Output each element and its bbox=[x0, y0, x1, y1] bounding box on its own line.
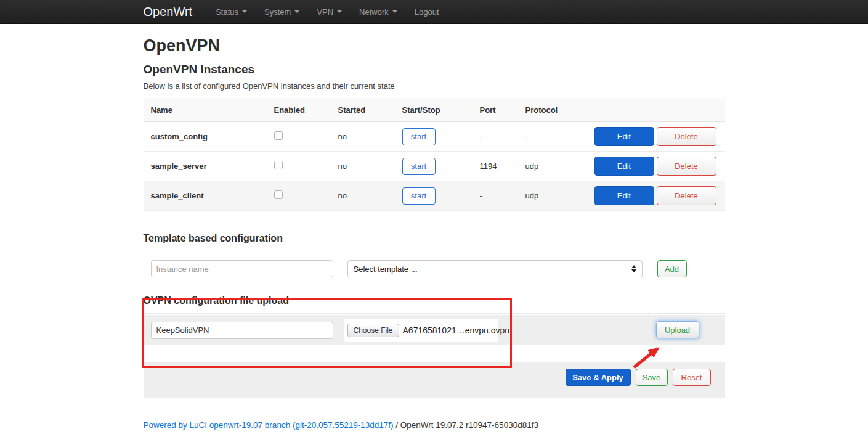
edit-button[interactable]: Edit bbox=[594, 127, 654, 146]
template-config-heading: Template based configuration bbox=[144, 233, 725, 243]
start-button[interactable]: start bbox=[402, 187, 436, 205]
table-row-sample-client: sample_client no start - udp Edit Delete bbox=[144, 181, 725, 211]
file-input[interactable]: Choose File A6716581021…envpn.ovpn bbox=[344, 319, 498, 342]
instance-name-input[interactable] bbox=[151, 260, 333, 277]
template-config-row: Select template ... Add bbox=[144, 253, 725, 284]
table-header-row: Name Enabled Started Start/Stop Port Pro… bbox=[144, 99, 725, 122]
page-actions: Save & Apply Save Reset bbox=[144, 362, 725, 398]
choose-file-button[interactable]: Choose File bbox=[347, 324, 399, 337]
protocol-value: udp bbox=[518, 181, 587, 211]
caret-down-icon bbox=[337, 10, 342, 13]
save-button[interactable]: Save bbox=[636, 369, 668, 386]
enabled-checkbox[interactable] bbox=[274, 131, 283, 140]
nav-item-network[interactable]: Network bbox=[351, 7, 406, 17]
page-title: OpenVPN bbox=[144, 37, 725, 54]
port-value: 1194 bbox=[473, 152, 518, 181]
add-button[interactable]: Add bbox=[657, 260, 687, 277]
top-navbar: OpenWrt Status System VPN Network Logout bbox=[0, 0, 868, 24]
started-value: no bbox=[331, 122, 395, 152]
instance-name: custom_config bbox=[144, 122, 267, 152]
start-button[interactable]: start bbox=[402, 158, 436, 175]
footer: Powered by LuCI openwrt-19.07 branch (gi… bbox=[144, 420, 725, 430]
nav-item-label: Logout bbox=[415, 7, 439, 17]
caret-down-icon bbox=[294, 10, 299, 13]
instance-name: sample_server bbox=[144, 152, 267, 181]
enabled-checkbox[interactable] bbox=[274, 190, 283, 199]
reset-button[interactable]: Reset bbox=[673, 369, 711, 386]
nav-item-label: System bbox=[264, 7, 291, 17]
column-header-started: Started bbox=[331, 99, 395, 122]
template-select-value: Select template ... bbox=[354, 264, 418, 274]
upload-row: Choose File A6716581021…envpn.ovpn Uploa… bbox=[144, 315, 725, 345]
column-header-actions bbox=[587, 99, 725, 122]
delete-button[interactable]: Delete bbox=[657, 186, 716, 205]
port-value: - bbox=[473, 122, 518, 152]
edit-button[interactable]: Edit bbox=[594, 186, 654, 205]
nav-item-label: VPN bbox=[317, 7, 333, 17]
caret-down-icon bbox=[392, 10, 397, 13]
port-value: - bbox=[473, 181, 518, 211]
nav-item-logout[interactable]: Logout bbox=[406, 7, 448, 17]
edit-button[interactable]: Edit bbox=[594, 157, 654, 176]
footer-version-text: / OpenWrt 19.07.2 r10947-65030d81f3 bbox=[394, 420, 538, 430]
footer-divider bbox=[144, 407, 725, 407]
upload-button[interactable]: Upload bbox=[656, 321, 699, 338]
main-content: OpenVPN OpenVPN instances Below is a lis… bbox=[144, 37, 725, 430]
instance-name: sample_client bbox=[144, 181, 267, 211]
started-value: no bbox=[331, 181, 395, 211]
brand-logo[interactable]: OpenWrt bbox=[144, 5, 193, 19]
save-apply-button[interactable]: Save & Apply bbox=[566, 369, 631, 386]
start-button[interactable]: start bbox=[402, 128, 436, 145]
instances-table: Name Enabled Started Start/Stop Port Pro… bbox=[144, 99, 725, 211]
template-select[interactable]: Select template ... bbox=[347, 260, 643, 277]
table-row-sample-server: sample_server no start 1194 udp Edit Del… bbox=[144, 152, 725, 181]
delete-button[interactable]: Delete bbox=[657, 157, 716, 176]
enabled-checkbox[interactable] bbox=[274, 161, 283, 169]
column-header-name: Name bbox=[144, 99, 267, 122]
luci-footer-link[interactable]: Powered by LuCI openwrt-19.07 branch (gi… bbox=[144, 420, 394, 430]
nav-item-vpn[interactable]: VPN bbox=[308, 7, 351, 17]
protocol-value: udp bbox=[518, 152, 587, 181]
nav-item-system[interactable]: System bbox=[256, 7, 308, 17]
spacer bbox=[144, 345, 725, 362]
divider bbox=[144, 313, 725, 314]
selected-file-name: A6716581021…envpn.ovpn bbox=[403, 325, 510, 335]
nav-item-label: Network bbox=[359, 7, 389, 17]
upload-instance-name-input[interactable] bbox=[151, 322, 333, 339]
column-header-enabled: Enabled bbox=[267, 99, 331, 122]
column-header-port: Port bbox=[473, 99, 518, 122]
caret-down-icon bbox=[242, 10, 247, 13]
upload-heading: OVPN configuration file upload bbox=[144, 295, 725, 306]
column-header-protocol: Protocol bbox=[518, 99, 587, 122]
column-header-start-stop: Start/Stop bbox=[395, 99, 473, 122]
select-updown-icon bbox=[631, 265, 636, 272]
table-row-custom-config: custom_config no start - - Edit Delete bbox=[144, 122, 725, 152]
protocol-value: - bbox=[518, 122, 587, 152]
nav-item-label: Status bbox=[216, 7, 238, 17]
instances-heading: OpenVPN instances bbox=[144, 63, 725, 76]
delete-button[interactable]: Delete bbox=[657, 127, 716, 146]
instances-description: Below is a list of configured OpenVPN in… bbox=[144, 81, 725, 91]
started-value: no bbox=[331, 152, 395, 181]
nav-item-status[interactable]: Status bbox=[207, 7, 256, 17]
